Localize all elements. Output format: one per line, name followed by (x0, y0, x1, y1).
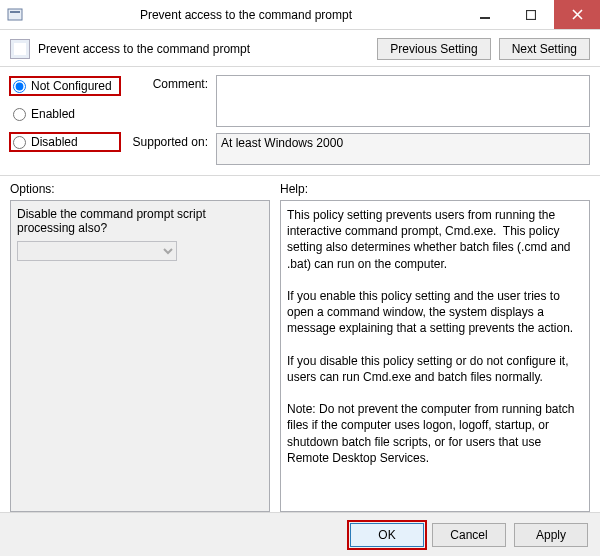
svg-rect-3 (527, 10, 536, 19)
window-title: Prevent access to the command prompt (30, 0, 462, 29)
radio-disabled-label: Disabled (31, 135, 78, 149)
cancel-button[interactable]: Cancel (432, 523, 506, 547)
options-text: Disable the command prompt script proces… (17, 207, 263, 235)
title-bar: Prevent access to the command prompt (0, 0, 600, 30)
dialog-button-bar: OK Cancel Apply (0, 512, 600, 556)
close-button[interactable] (554, 0, 600, 29)
radio-not-configured[interactable] (13, 80, 26, 93)
ok-button[interactable]: OK (350, 523, 424, 547)
options-panel: Disable the command prompt script proces… (10, 200, 270, 512)
options-label: Options: (10, 182, 270, 200)
policy-header: Prevent access to the command prompt Pre… (0, 30, 600, 67)
svg-rect-0 (8, 9, 22, 20)
policy-name: Prevent access to the command prompt (38, 42, 369, 56)
radio-enabled-row[interactable]: Enabled (10, 105, 120, 123)
comment-label: Comment: (130, 75, 208, 127)
radio-disabled-row[interactable]: Disabled (10, 133, 120, 151)
svg-rect-1 (10, 11, 20, 13)
supported-on-text: At least Windows 2000 (216, 133, 590, 165)
policy-icon (10, 39, 30, 59)
app-icon (0, 0, 30, 29)
state-radio-group: Not Configured Enabled Disabled (10, 75, 120, 165)
svg-rect-2 (480, 17, 490, 19)
radio-not-configured-row[interactable]: Not Configured (10, 77, 120, 95)
radio-not-configured-label: Not Configured (31, 79, 112, 93)
apply-button[interactable]: Apply (514, 523, 588, 547)
options-dropdown[interactable] (17, 241, 177, 261)
supported-on-label: Supported on: (130, 133, 208, 165)
radio-disabled[interactable] (13, 136, 26, 149)
comment-textarea[interactable] (216, 75, 590, 127)
next-setting-button[interactable]: Next Setting (499, 38, 590, 60)
help-label: Help: (280, 182, 590, 200)
help-text: This policy setting prevents users from … (280, 200, 590, 512)
maximize-button[interactable] (508, 0, 554, 29)
radio-enabled-label: Enabled (31, 107, 75, 121)
radio-enabled[interactable] (13, 108, 26, 121)
minimize-button[interactable] (462, 0, 508, 29)
previous-setting-button[interactable]: Previous Setting (377, 38, 490, 60)
